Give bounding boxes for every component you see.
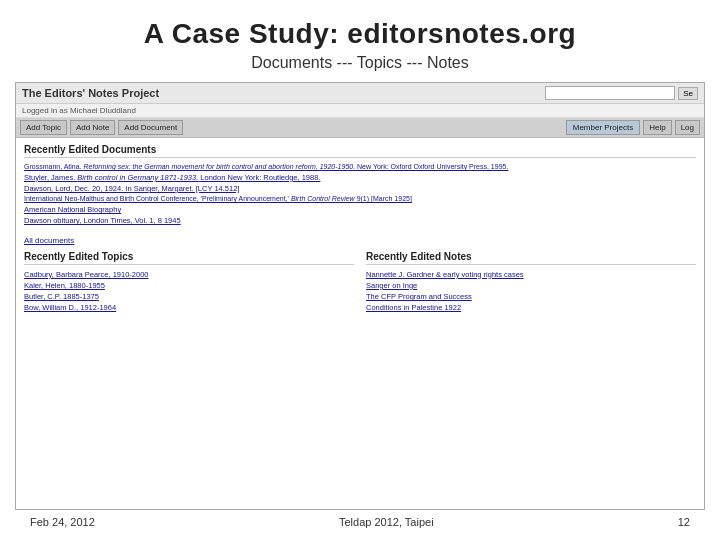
logout-button[interactable]: Log (675, 120, 700, 135)
list-item[interactable]: Stuyler, James. Birth control in Germany… (24, 172, 696, 183)
site-title: The Editors' Notes Project (22, 87, 159, 99)
list-item[interactable]: Sanger on Inge (366, 280, 696, 291)
logged-in-bar: Logged in as Michael Dluddland (16, 104, 704, 118)
member-projects-button[interactable]: Member Projects (566, 120, 640, 135)
list-item[interactable]: International Neo-Malthus and Birth Cont… (24, 194, 696, 204)
list-item[interactable]: Conditions in Palestine 1922 (366, 302, 696, 313)
recently-edited-notes-title: Recently Edited Notes (366, 251, 696, 265)
list-item[interactable]: Grossmann, Atina. Reforming sex: the Ger… (24, 162, 696, 172)
search-input[interactable] (545, 86, 675, 100)
list-item[interactable]: Dawson obituary, London Times, Vol. 1, 8… (24, 215, 696, 226)
footer-page: 12 (678, 516, 690, 528)
all-documents-link[interactable]: All documents (24, 236, 74, 245)
search-button[interactable]: Se (678, 87, 698, 100)
browser-topbar: The Editors' Notes Project Se (16, 83, 704, 104)
list-item[interactable]: American National Biography (24, 204, 696, 215)
topics-list: Cadbury, Barbara Pearce, 1910-2000 Kaler… (24, 269, 354, 314)
add-document-button[interactable]: Add Document (118, 120, 183, 135)
list-item[interactable]: Butler, C.P. 1885-1375 (24, 291, 354, 302)
two-column-section: Recently Edited Topics Cadbury, Barbara … (24, 251, 696, 314)
footer-date: Feb 24, 2012 (30, 516, 95, 528)
slide-subtitle: Documents --- Topics --- Notes (251, 54, 469, 72)
main-content: Recently Edited Documents Grossmann, Ati… (16, 138, 704, 509)
topics-column: Recently Edited Topics Cadbury, Barbara … (24, 251, 354, 314)
list-item[interactable]: Dawson, Lord, Dec. 20, 1924. In Sanger, … (24, 183, 696, 194)
list-item[interactable]: Bow, William D., 1912-1964 (24, 302, 354, 313)
recently-edited-topics-title: Recently Edited Topics (24, 251, 354, 265)
add-topic-button[interactable]: Add Topic (20, 120, 67, 135)
notes-list: Nannette J. Gardner & early voting right… (366, 269, 696, 314)
list-item[interactable]: Cadbury, Barbara Pearce, 1910-2000 (24, 269, 354, 280)
footer-center: Teldap 2012, Taipei (339, 516, 434, 528)
logged-in-text: Logged in as Michael Dluddland (22, 106, 136, 115)
list-item[interactable]: Kaler, Helen, 1880-1955 (24, 280, 354, 291)
nav-bar: Add Topic Add Note Add Document Member P… (16, 118, 704, 138)
list-item[interactable]: The CFP Program and Success (366, 291, 696, 302)
recently-edited-docs-title: Recently Edited Documents (24, 144, 696, 158)
add-note-button[interactable]: Add Note (70, 120, 115, 135)
slide-title: A Case Study: editorsnotes.org (144, 18, 576, 50)
slide-footer: Feb 24, 2012 Teldap 2012, Taipei 12 (20, 510, 700, 530)
help-button[interactable]: Help (643, 120, 671, 135)
list-item[interactable]: Nannette J. Gardner & early voting right… (366, 269, 696, 280)
slide-container: A Case Study: editorsnotes.org Documents… (0, 0, 720, 540)
documents-list: Grossmann, Atina. Reforming sex: the Ger… (24, 162, 696, 227)
notes-column: Recently Edited Notes Nannette J. Gardne… (366, 251, 696, 314)
browser-window: The Editors' Notes Project Se Logged in … (15, 82, 705, 510)
